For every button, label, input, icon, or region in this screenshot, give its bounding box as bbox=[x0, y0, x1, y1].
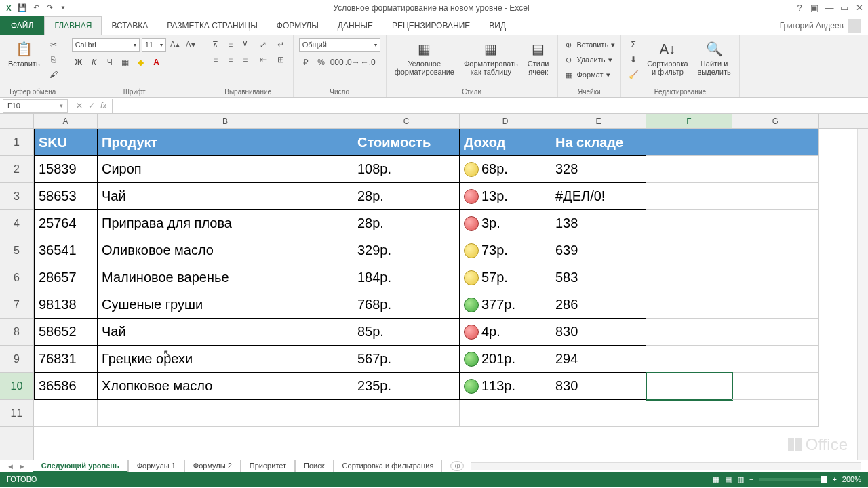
ribbon-options-icon[interactable]: ▣ bbox=[808, 3, 821, 13]
cell[interactable] bbox=[732, 264, 819, 291]
cell[interactable] bbox=[98, 400, 353, 427]
cell[interactable]: Сироп bbox=[98, 156, 353, 183]
column-header-E[interactable]: E bbox=[551, 114, 646, 128]
name-box[interactable]: F10▾ bbox=[3, 99, 68, 113]
row-header-7[interactable]: 7 bbox=[0, 291, 33, 319]
cell[interactable] bbox=[646, 210, 732, 237]
header-cell[interactable]: Доход bbox=[460, 129, 551, 156]
zoom-in-icon[interactable]: + bbox=[832, 475, 836, 483]
vertical-scrollbar[interactable] bbox=[857, 129, 868, 460]
qat-dropdown-icon[interactable]: ▼ bbox=[57, 2, 69, 14]
cell[interactable]: 58652 bbox=[34, 319, 98, 346]
sheet-tab[interactable]: Сортировка и фильтрация bbox=[334, 460, 443, 472]
underline-icon[interactable]: Ч bbox=[103, 56, 117, 69]
cell[interactable]: 184р. bbox=[353, 264, 460, 291]
ribbon-tab-разметка страницы[interactable]: РАЗМЕТКА СТРАНИЦЫ bbox=[157, 16, 267, 35]
grow-font-icon[interactable]: A▴ bbox=[168, 38, 182, 52]
cell[interactable] bbox=[732, 373, 819, 400]
cell[interactable]: 830 bbox=[551, 373, 646, 400]
cell[interactable]: Малиновое варенье bbox=[98, 264, 353, 291]
conditional-formatting-button[interactable]: ▦Условное форматирование bbox=[392, 38, 457, 77]
cell[interactable] bbox=[732, 183, 819, 210]
cell[interactable]: 4р. bbox=[460, 319, 551, 346]
font-name-combo[interactable]: Calibri▾ bbox=[72, 38, 140, 52]
fill-color-icon[interactable]: ◆ bbox=[134, 56, 148, 69]
column-header-F[interactable]: F bbox=[646, 114, 732, 128]
help-icon[interactable]: ? bbox=[793, 3, 806, 13]
sheet-tab[interactable]: Следующий уровень bbox=[33, 460, 128, 472]
cell[interactable]: 377р. bbox=[460, 291, 551, 319]
cell[interactable] bbox=[732, 346, 819, 373]
bold-icon[interactable]: Ж bbox=[72, 56, 85, 69]
cell[interactable]: 85р. bbox=[353, 319, 460, 346]
row-header-11[interactable]: 11 bbox=[0, 400, 33, 427]
column-header-A[interactable]: A bbox=[34, 114, 98, 128]
zoom-level[interactable]: 200% bbox=[842, 475, 861, 483]
user-account[interactable]: Григорий Авдеев bbox=[773, 16, 868, 35]
cell-grid[interactable]: SKUПродуктСтоимостьДоходНа складе15839Си… bbox=[34, 129, 868, 427]
cell[interactable] bbox=[732, 291, 819, 319]
percent-icon[interactable]: % bbox=[315, 56, 328, 69]
ribbon-tab-вид[interactable]: ВИД bbox=[479, 16, 515, 35]
cell[interactable] bbox=[732, 400, 819, 427]
column-header-G[interactable]: G bbox=[732, 114, 819, 128]
zoom-out-icon[interactable]: − bbox=[749, 475, 753, 483]
cell[interactable] bbox=[646, 319, 732, 346]
file-tab[interactable]: ФАЙЛ bbox=[0, 16, 44, 35]
cell[interactable]: 15839 bbox=[34, 156, 98, 183]
align-left-icon[interactable]: ≡ bbox=[209, 53, 222, 66]
sort-filter-button[interactable]: A↓Сортировка и фильтр bbox=[644, 38, 690, 77]
zoom-slider[interactable] bbox=[759, 478, 827, 481]
indent-dec-icon[interactable]: ⇤ bbox=[256, 53, 270, 66]
column-header-B[interactable]: B bbox=[98, 114, 353, 128]
cell[interactable] bbox=[646, 237, 732, 264]
copy-icon[interactable]: ⎘ bbox=[47, 53, 60, 66]
cell[interactable]: 639 bbox=[551, 237, 646, 264]
align-middle-icon[interactable]: ≡ bbox=[224, 38, 237, 52]
cell[interactable]: 138 bbox=[551, 210, 646, 237]
row-header-2[interactable]: 2 bbox=[0, 156, 33, 183]
cell[interactable]: 768р. bbox=[353, 291, 460, 319]
orientation-icon[interactable]: ⤢ bbox=[256, 38, 270, 52]
save-icon[interactable]: 💾 bbox=[16, 2, 28, 14]
cell-styles-button[interactable]: ▤Стили ячеек bbox=[525, 38, 552, 77]
italic-icon[interactable]: К bbox=[87, 56, 101, 69]
format-as-table-button[interactable]: ▦Форматировать как таблицу bbox=[461, 38, 521, 77]
align-top-icon[interactable]: ⊼ bbox=[209, 38, 222, 52]
cell[interactable]: #ДЕЛ/0! bbox=[551, 183, 646, 210]
cell[interactable] bbox=[646, 373, 732, 400]
find-select-button[interactable]: 🔍Найти и выделить bbox=[695, 38, 734, 77]
paste-button[interactable]: 📋 Вставить bbox=[5, 38, 43, 69]
cell[interactable]: 329р. bbox=[353, 237, 460, 264]
cell[interactable]: 98138 bbox=[34, 291, 98, 319]
merge-icon[interactable]: ⊞ bbox=[274, 53, 288, 66]
autosum-icon[interactable]: Σ bbox=[627, 38, 640, 52]
cell[interactable]: 294 bbox=[551, 346, 646, 373]
cell[interactable]: 286 bbox=[551, 291, 646, 319]
currency-icon[interactable]: ₽ bbox=[299, 56, 313, 69]
format-cells-button[interactable]: ▦Формат ▾ bbox=[564, 68, 616, 81]
fill-icon[interactable]: ⬇ bbox=[627, 53, 640, 66]
cell[interactable] bbox=[646, 183, 732, 210]
minimize-icon[interactable]: ― bbox=[823, 3, 835, 13]
cell[interactable] bbox=[732, 319, 819, 346]
select-all-corner[interactable] bbox=[0, 114, 34, 129]
cell[interactable]: 567р. bbox=[353, 346, 460, 373]
accept-formula-icon[interactable]: ✓ bbox=[88, 101, 95, 110]
align-bottom-icon[interactable]: ⊻ bbox=[239, 38, 252, 52]
header-cell[interactable]: На складе bbox=[551, 129, 646, 156]
undo-icon[interactable]: ↶ bbox=[30, 2, 42, 14]
cancel-formula-icon[interactable]: ✕ bbox=[76, 101, 83, 110]
cell[interactable]: 328 bbox=[551, 156, 646, 183]
cell[interactable]: 583 bbox=[551, 264, 646, 291]
insert-cells-button[interactable]: ⊕Вставить ▾ bbox=[564, 38, 616, 52]
dec-decimal-icon[interactable]: ←.0 bbox=[361, 56, 375, 69]
page-break-icon[interactable]: ▥ bbox=[737, 475, 744, 484]
column-header-C[interactable]: C bbox=[353, 114, 460, 128]
cell[interactable]: 108р. bbox=[353, 156, 460, 183]
cell[interactable]: 57р. bbox=[460, 264, 551, 291]
horizontal-scrollbar[interactable] bbox=[471, 462, 861, 470]
cell[interactable] bbox=[460, 400, 551, 427]
page-layout-icon[interactable]: ▤ bbox=[725, 475, 732, 484]
sheet-tab[interactable]: Приоритет bbox=[241, 460, 295, 472]
